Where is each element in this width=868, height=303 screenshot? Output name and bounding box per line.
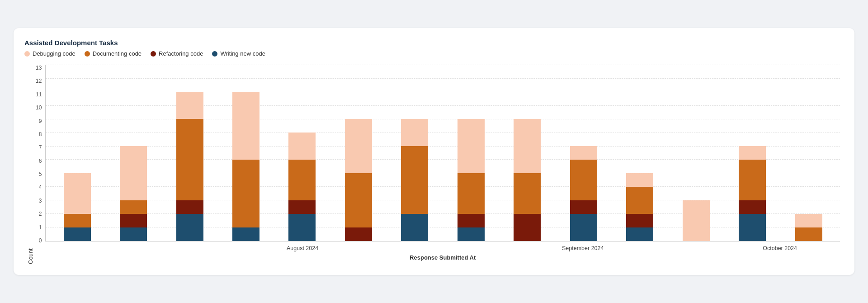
bar-segment-documenting-4 (288, 160, 316, 200)
bar-segment-refactoring-9 (570, 200, 597, 214)
bar-group-13 (782, 65, 835, 241)
stacked-bar-2 (176, 92, 203, 241)
y-tick-1: 1 (39, 225, 42, 230)
legend-label-writing: Writing new code (220, 50, 265, 57)
y-tick-8: 8 (39, 132, 42, 137)
y-tick-2: 2 (39, 211, 42, 217)
legend-item-documenting: Documenting code (85, 50, 142, 57)
bar-segment-debugging-10 (626, 173, 653, 187)
bar-segment-documenting-1 (120, 200, 147, 214)
y-axis-label: Count (24, 65, 34, 264)
bar-segment-writing-6 (401, 214, 428, 241)
bar-group-6 (388, 65, 441, 241)
y-tick-4: 4 (39, 185, 42, 190)
chart-container: Assisted Development Tasks Debugging cod… (14, 28, 854, 275)
bar-segment-documenting-6 (401, 146, 428, 214)
month-markers: August 2024September 2024October 2024 (45, 245, 840, 251)
bar-segment-documenting-12 (739, 160, 766, 200)
stacked-bar-7 (458, 119, 485, 241)
bar-segment-debugging-4 (288, 133, 316, 160)
bar-segment-documenting-2 (176, 119, 203, 200)
bar-segment-documenting-7 (458, 173, 485, 214)
bar-group-5 (332, 65, 385, 241)
bar-segment-refactoring-12 (739, 200, 766, 214)
bar-segment-refactoring-2 (176, 200, 203, 214)
stacked-bar-5 (345, 119, 372, 241)
stacked-bar-13 (795, 214, 822, 241)
bar-group-0 (50, 65, 104, 241)
legend-label-documenting: Documenting code (93, 50, 142, 57)
bar-segment-writing-2 (176, 214, 203, 241)
x-axis-label: Response Submitted At (45, 254, 840, 261)
y-tick-3: 3 (39, 198, 42, 204)
y-axis: 131211109876543210 (36, 65, 45, 264)
bar-group-9 (557, 65, 610, 241)
bar-group-7 (444, 65, 498, 241)
bar-segment-debugging-8 (514, 119, 541, 173)
bar-segment-refactoring-10 (626, 214, 653, 227)
legend-dot-documenting (85, 51, 90, 57)
y-tick-5: 5 (39, 171, 42, 177)
bar-segment-writing-3 (232, 227, 259, 241)
bar-segment-refactoring-8 (514, 214, 541, 241)
y-tick-12: 12 (36, 78, 42, 84)
chart-title: Assisted Development Tasks (24, 39, 840, 47)
bar-segment-documenting-0 (64, 214, 91, 227)
bar-segment-debugging-1 (120, 146, 147, 200)
stacked-bar-0 (64, 173, 91, 241)
bar-segment-writing-1 (120, 227, 147, 241)
bar-segment-debugging-0 (64, 173, 91, 214)
bar-segment-documenting-5 (345, 173, 372, 227)
y-tick-0: 0 (39, 238, 42, 243)
bar-segment-writing-10 (626, 227, 653, 241)
y-tick-11: 11 (36, 92, 42, 97)
legend-item-debugging: Debugging code (24, 50, 75, 57)
stacked-bar-3 (232, 92, 259, 241)
stacked-bar-12 (739, 146, 766, 241)
bar-segment-writing-4 (288, 214, 316, 241)
stacked-bar-11 (683, 200, 710, 241)
bar-segment-writing-0 (64, 227, 91, 241)
y-tick-13: 13 (36, 65, 42, 71)
bar-group-4 (275, 65, 329, 241)
stacked-bar-9 (570, 146, 597, 241)
bar-segment-documenting-13 (795, 227, 822, 241)
bar-segment-debugging-9 (570, 146, 597, 160)
stacked-bar-1 (120, 146, 147, 241)
bar-segment-refactoring-4 (288, 200, 316, 214)
y-tick-7: 7 (39, 145, 42, 150)
legend-item-writing: Writing new code (212, 50, 265, 57)
stacked-bar-4 (288, 133, 316, 241)
bar-segment-debugging-7 (458, 119, 485, 173)
bar-segment-refactoring-1 (120, 214, 147, 227)
bar-segment-debugging-5 (345, 119, 372, 173)
legend-dot-debugging (24, 51, 30, 57)
bar-segment-debugging-6 (401, 119, 428, 146)
chart-legend: Debugging codeDocumenting codeRefactorin… (24, 50, 840, 57)
bar-segment-documenting-3 (232, 160, 259, 227)
bar-segment-debugging-2 (176, 92, 203, 119)
bar-segment-refactoring-5 (345, 227, 372, 241)
bar-group-10 (613, 65, 666, 241)
bar-group-3 (219, 65, 273, 241)
month-label-August 2024: August 2024 (164, 245, 441, 251)
bar-group-1 (107, 65, 160, 241)
legend-item-refactoring: Refactoring code (151, 50, 203, 57)
stacked-bar-6 (401, 119, 428, 241)
bar-segment-refactoring-7 (458, 214, 485, 227)
bar-group-11 (670, 65, 723, 241)
bar-segment-writing-7 (458, 227, 485, 241)
bar-segment-documenting-10 (626, 187, 653, 214)
month-label-October 2024: October 2024 (724, 245, 835, 251)
y-tick-10: 10 (36, 105, 42, 110)
chart-area: Count 131211109876543210 August 2024Sept… (24, 65, 840, 264)
legend-label-refactoring: Refactoring code (159, 50, 203, 57)
bar-segment-debugging-3 (232, 92, 259, 160)
stacked-bar-10 (626, 173, 653, 241)
legend-label-debugging: Debugging code (33, 50, 75, 57)
month-label-September 2024: September 2024 (444, 245, 722, 251)
month-label-empty (50, 245, 161, 251)
bar-segment-debugging-11 (683, 200, 710, 241)
chart-plot: August 2024September 2024October 2024 Re… (45, 65, 840, 264)
bar-segment-writing-12 (739, 214, 766, 241)
